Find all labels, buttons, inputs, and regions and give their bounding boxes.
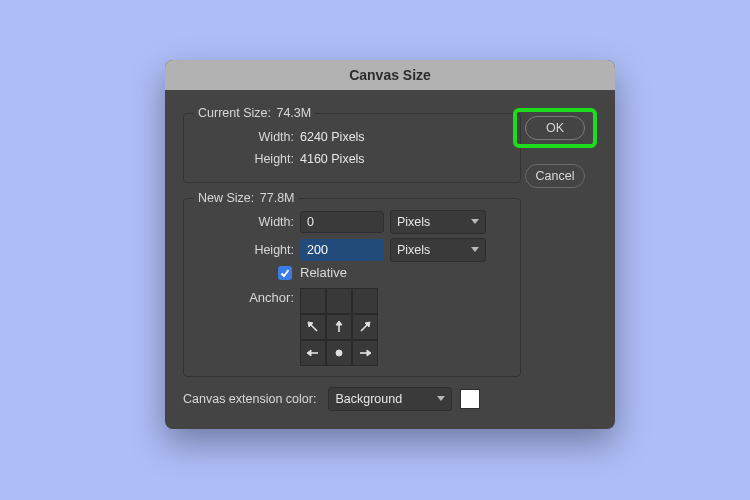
anchor-cell-n[interactable] bbox=[326, 314, 352, 340]
new-height-unit-select[interactable]: Pixels bbox=[390, 238, 486, 262]
chevron-down-icon bbox=[437, 396, 445, 401]
relative-label: Relative bbox=[300, 265, 347, 280]
svg-marker-3 bbox=[336, 321, 342, 325]
dialog-buttons: OK Cancel bbox=[513, 108, 597, 188]
anchor-cell[interactable] bbox=[326, 288, 352, 314]
extension-color-row: Canvas extension color: Background bbox=[183, 387, 597, 411]
canvas-size-dialog: Canvas Size OK Cancel Current Size: 74.3… bbox=[165, 60, 615, 429]
new-height-input[interactable] bbox=[300, 239, 384, 261]
svg-point-8 bbox=[336, 350, 342, 356]
anchor-cell[interactable] bbox=[352, 288, 378, 314]
anchor-cell-center[interactable] bbox=[326, 340, 352, 366]
new-height-label: Height: bbox=[194, 243, 300, 257]
svg-marker-10 bbox=[367, 350, 371, 356]
new-size-legend: New Size: 77.8M bbox=[194, 191, 299, 205]
relative-checkbox[interactable] bbox=[278, 266, 292, 280]
current-size-legend: Current Size: 74.3M bbox=[194, 106, 315, 120]
current-size-fieldset: Current Size: 74.3M Width: 6240 Pixels H… bbox=[183, 106, 521, 183]
cancel-button[interactable]: Cancel bbox=[525, 164, 585, 188]
new-width-input[interactable] bbox=[300, 211, 384, 233]
anchor-cell-e[interactable] bbox=[352, 340, 378, 366]
ok-button[interactable]: OK bbox=[525, 116, 585, 140]
anchor-label: Anchor: bbox=[194, 288, 300, 305]
extension-color-select[interactable]: Background bbox=[328, 387, 452, 411]
current-width-label: Width: bbox=[194, 130, 300, 144]
dialog-title: Canvas Size bbox=[165, 60, 615, 90]
new-width-label: Width: bbox=[194, 215, 300, 229]
chevron-down-icon bbox=[471, 247, 479, 252]
current-height-label: Height: bbox=[194, 152, 300, 166]
anchor-cell-ne[interactable] bbox=[352, 314, 378, 340]
extension-color-label: Canvas extension color: bbox=[183, 392, 322, 406]
new-size-fieldset: New Size: 77.8M Width: Pixels Height: Pi… bbox=[183, 191, 521, 377]
anchor-cell-w[interactable] bbox=[300, 340, 326, 366]
chevron-down-icon bbox=[471, 219, 479, 224]
svg-marker-7 bbox=[307, 350, 311, 356]
anchor-grid[interactable] bbox=[300, 288, 376, 364]
new-width-unit-select[interactable]: Pixels bbox=[390, 210, 486, 234]
current-width-value: 6240 Pixels bbox=[300, 130, 365, 144]
current-height-value: 4160 Pixels bbox=[300, 152, 365, 166]
extension-color-swatch[interactable] bbox=[460, 389, 480, 409]
anchor-cell[interactable] bbox=[300, 288, 326, 314]
anchor-cell-nw[interactable] bbox=[300, 314, 326, 340]
ok-highlight: OK bbox=[513, 108, 597, 148]
dialog-body: OK Cancel Current Size: 74.3M Width: 624… bbox=[165, 90, 615, 429]
